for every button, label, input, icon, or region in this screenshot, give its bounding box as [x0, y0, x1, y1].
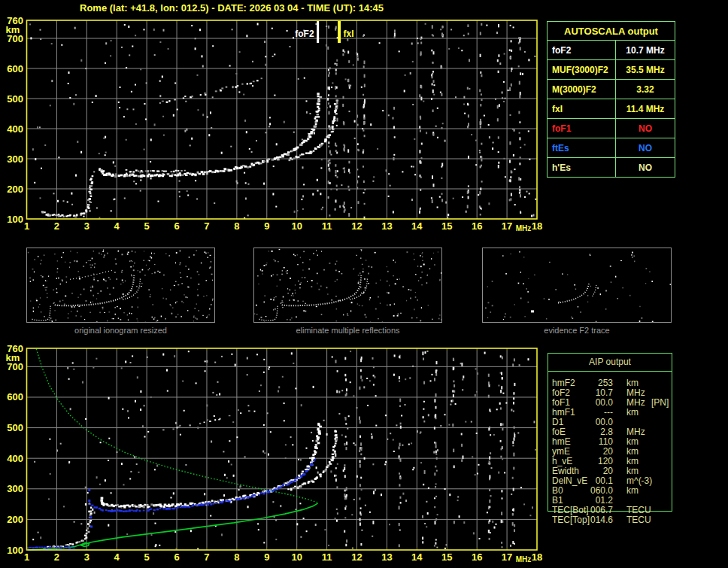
param-value: NO	[616, 138, 675, 158]
svg-text:400: 400	[7, 453, 23, 464]
svg-text:7: 7	[204, 551, 209, 563]
svg-text:18: 18	[532, 220, 542, 232]
svg-text:4: 4	[114, 551, 120, 563]
svg-text:16: 16	[472, 551, 482, 563]
param-label: foF1	[548, 119, 616, 138]
svg-text:foF2: foF2	[295, 29, 314, 39]
aip-row-B0: B0 060.0 km	[548, 486, 698, 496]
aip-output-rows: hmF2 253 km foF2 10.7 MHz foF1 00.0 MHz …	[548, 378, 698, 525]
aip-row-D1: D1 00.0	[548, 418, 698, 427]
aip-note: [PN]	[651, 398, 669, 408]
param-label: foF2	[548, 41, 616, 60]
autoscala-row-foF2: foF2 10.7 MHz	[548, 41, 675, 60]
svg-text:11: 11	[322, 220, 332, 232]
aip-row-TEC[Top]: TEC[Top] 014.6 TECU	[548, 515, 698, 525]
param-value: 3.32	[616, 80, 675, 99]
svg-text:300: 300	[7, 483, 23, 494]
aip-unit: km	[626, 486, 639, 496]
svg-text:12: 12	[351, 551, 362, 563]
param-value: 11.4 MHz	[616, 99, 675, 119]
svg-text:13: 13	[381, 551, 392, 563]
autoscala-row-h'Es: h'Es NO	[548, 158, 675, 178]
thumbnail-caption-original: original ionogram resized	[26, 326, 215, 335]
svg-text:fxI: fxI	[344, 29, 354, 39]
param-label: M(3000)F2	[548, 80, 616, 99]
autoscala-row-M(3000)F2: M(3000)F2 3.32	[548, 80, 675, 99]
autoscala-window: 760700600500400300200100km12345678910111…	[0, 0, 728, 568]
aip-row-hmF2: hmF2 253 km	[548, 378, 698, 388]
autoscala-row-fxI: fxI 11.4 MHz	[548, 99, 675, 119]
autoscala-row-MUF(3000)F2: MUF(3000)F2 35.5 MHz	[548, 60, 675, 80]
aip-row-DelN_vE: DelN_vE 00.1 m^(-3)	[548, 476, 698, 486]
svg-text:km: km	[6, 24, 20, 35]
svg-text:5: 5	[144, 220, 150, 232]
svg-text:9: 9	[264, 220, 269, 232]
svg-text:400: 400	[7, 123, 23, 135]
svg-text:4: 4	[114, 220, 120, 232]
svg-text:17: 17	[502, 220, 512, 232]
aip-unit: km	[626, 408, 639, 418]
svg-text:1: 1	[24, 551, 29, 563]
svg-text:MHz: MHz	[516, 224, 532, 232]
svg-text:600: 600	[7, 391, 23, 402]
thumbnail-caption-evidence: evidence F2 trace	[482, 326, 672, 335]
param-label: fxI	[548, 99, 616, 119]
foF2-marker-line	[317, 21, 319, 43]
svg-text:17: 17	[502, 551, 512, 563]
autoscala-row-foF1: foF1 NO	[548, 119, 675, 138]
param-label: MUF(3000)F2	[548, 60, 616, 80]
svg-text:2: 2	[54, 551, 59, 563]
thumbnail-eliminate-reflections	[253, 248, 442, 323]
fxI-marker-line	[338, 21, 341, 43]
svg-text:8: 8	[234, 551, 239, 563]
svg-text:3: 3	[84, 220, 89, 232]
station-datetime-title: Rome (lat: +41.8, lon: 012.5) - DATE: 20…	[0, 2, 463, 14]
thumbnail-evidence-f2-trace	[482, 248, 672, 323]
param-value: NO	[616, 119, 675, 138]
svg-text:2: 2	[54, 220, 59, 232]
thumbnail-original-ionogram	[26, 248, 215, 323]
svg-text:6: 6	[174, 220, 179, 232]
svg-text:6: 6	[174, 551, 179, 563]
autoscala-output-table: AUTOSCALA output foF2 10.7 MHz MUF(3000)…	[547, 21, 675, 178]
svg-text:600: 600	[7, 63, 23, 74]
aip-row-hmF1: hmF1 --- km	[548, 408, 698, 418]
svg-text:9: 9	[264, 551, 269, 563]
param-value: 10.7 MHz	[616, 41, 675, 60]
param-value: NO	[616, 158, 675, 178]
svg-text:14: 14	[411, 220, 423, 232]
svg-text:14: 14	[411, 551, 423, 563]
svg-text:100: 100	[7, 545, 23, 556]
svg-text:km: km	[6, 352, 20, 363]
svg-text:500: 500	[7, 422, 23, 433]
aip-value: 014.6	[578, 515, 613, 525]
svg-text:1: 1	[24, 220, 29, 232]
svg-text:5: 5	[144, 551, 150, 563]
svg-text:500: 500	[7, 93, 23, 105]
param-label: ftEs	[548, 138, 616, 158]
svg-text:200: 200	[7, 184, 23, 195]
svg-text:12: 12	[351, 220, 362, 232]
svg-text:11: 11	[322, 551, 332, 563]
svg-text:3: 3	[84, 551, 89, 563]
svg-text:15: 15	[441, 220, 452, 232]
aip-output-title: AIP output	[548, 354, 672, 372]
param-label: h'Es	[548, 158, 616, 178]
thumbnail-caption-eliminate: eliminate multiple reflections	[253, 326, 442, 335]
autoscala-row-ftEs: ftEs NO	[548, 138, 675, 158]
svg-text:13: 13	[381, 220, 392, 232]
aip-row-foF2: foF2 10.7 MHz	[548, 388, 698, 398]
svg-text:8: 8	[234, 220, 239, 232]
svg-text:200: 200	[7, 514, 23, 525]
svg-text:100: 100	[7, 214, 23, 225]
svg-text:15: 15	[441, 551, 452, 563]
svg-text:10: 10	[291, 220, 302, 232]
svg-text:16: 16	[472, 220, 482, 232]
svg-text:10: 10	[291, 551, 302, 563]
svg-text:7: 7	[204, 220, 209, 232]
svg-text:18: 18	[532, 551, 542, 563]
svg-text:MHz: MHz	[516, 555, 532, 563]
param-value: 35.5 MHz	[616, 60, 675, 80]
aip-unit: TECU	[626, 515, 651, 525]
svg-text:300: 300	[7, 153, 23, 165]
